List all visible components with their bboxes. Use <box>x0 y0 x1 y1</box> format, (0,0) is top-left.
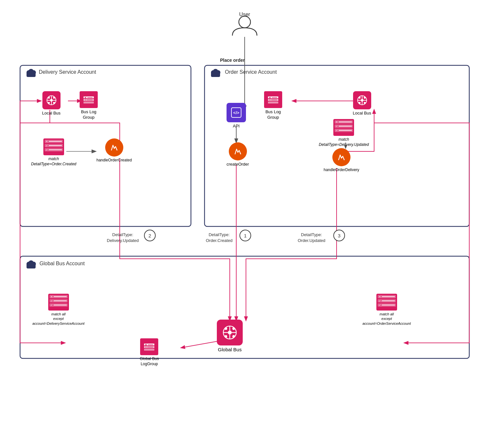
api-gateway: </> API <box>227 103 246 128</box>
event2-number: 2 <box>144 230 156 241</box>
svg-point-69 <box>225 327 227 330</box>
match-all-except-order: ✕ ✓ ✓ match allexceptaccount=OrderServic… <box>362 294 411 326</box>
handle-order-delivery: handleOrderDelivery <box>324 148 359 172</box>
svg-rect-11 <box>27 263 36 268</box>
svg-rect-75 <box>144 349 154 351</box>
svg-point-6 <box>31 70 36 75</box>
event2-label: DetailType:Delivery.Updated <box>107 232 139 243</box>
delivery-account-label: Delivery Service Account <box>39 69 96 75</box>
svg-point-59 <box>359 97 361 99</box>
local-bus-order: Local Bus <box>353 91 371 115</box>
svg-point-61 <box>359 102 361 104</box>
bus-log-group-order: Bus LogGroup <box>264 91 282 120</box>
svg-point-12 <box>27 262 31 266</box>
svg-point-4 <box>27 70 31 75</box>
place-order-label: Place order <box>220 58 245 63</box>
svg-rect-37 <box>83 102 94 104</box>
svg-point-60 <box>364 97 366 99</box>
svg-text:</>: </> <box>233 110 239 115</box>
svg-point-64 <box>228 331 232 334</box>
event3-number: 3 <box>333 230 345 241</box>
svg-point-14 <box>31 262 36 266</box>
svg-point-54 <box>361 99 363 102</box>
svg-point-9 <box>213 69 218 74</box>
global-bus-log-group: Global BusLogGroup <box>140 338 159 366</box>
handle-order-created: handleOrderCreated <box>96 138 132 162</box>
svg-point-71 <box>225 335 227 338</box>
user-label: User <box>235 12 254 17</box>
svg-point-31 <box>48 97 50 99</box>
svg-line-23 <box>181 341 217 348</box>
diagram-container: User Place order Delivery Service Accoun… <box>0 0 489 448</box>
event3-label: DetailType:Order.Updated <box>298 232 325 243</box>
svg-point-26 <box>50 99 53 102</box>
svg-point-10 <box>216 70 220 75</box>
svg-point-5 <box>28 69 34 74</box>
global-bus: Global Bus <box>217 320 243 352</box>
create-order: createOrder <box>227 142 249 167</box>
svg-point-13 <box>28 260 34 266</box>
svg-rect-7 <box>211 71 220 77</box>
svg-rect-47 <box>268 102 278 104</box>
svg-point-15 <box>239 16 250 28</box>
order-account-label: Order Service Account <box>225 69 277 75</box>
svg-point-70 <box>232 327 235 330</box>
connection-lines <box>0 0 489 448</box>
event1-number: 1 <box>239 230 251 241</box>
svg-point-72 <box>232 335 235 338</box>
event1-label: DetailType:Order.Created <box>206 232 232 243</box>
svg-point-32 <box>53 97 55 99</box>
svg-point-8 <box>211 70 216 75</box>
global-account-label: Global Bus Account <box>39 261 85 267</box>
bus-log-group-delivery: Bus LogGroup <box>80 91 98 120</box>
match-delivery-updated-rule: ✕ ✓ ✓ matchDetailType=Delivery.Updated <box>319 119 369 147</box>
svg-point-34 <box>53 102 55 104</box>
local-bus-delivery: Local Bus <box>42 91 61 115</box>
svg-point-62 <box>364 102 366 104</box>
match-all-except-delivery: ✕ ✓ ✓ match allexceptaccount=DeliverySer… <box>32 294 84 326</box>
svg-point-33 <box>48 102 50 104</box>
svg-rect-3 <box>27 71 36 77</box>
match-order-created-rule: ✕ ✓ ✓ matchDetailType=Order.Created <box>31 138 76 167</box>
